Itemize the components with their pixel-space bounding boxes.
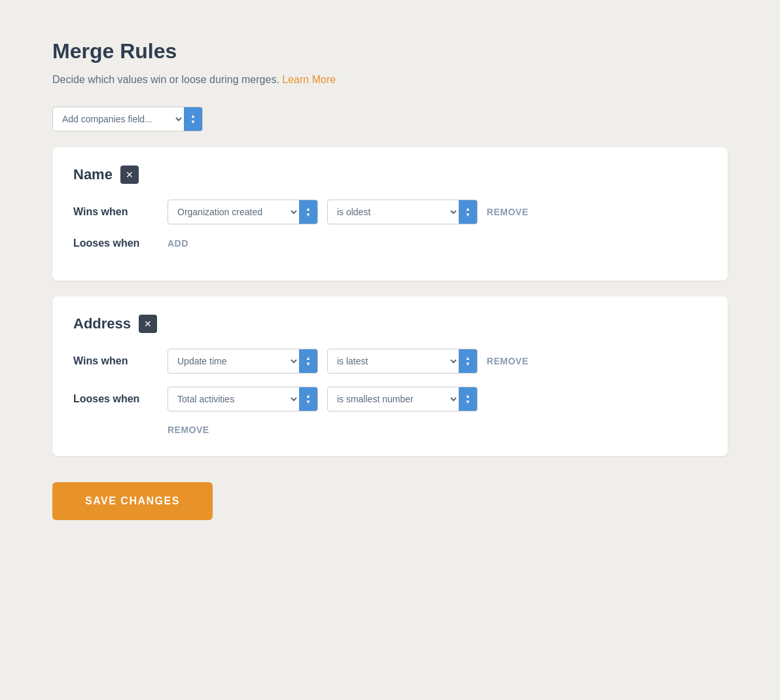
- address-looses-condition-field-select[interactable]: Organization created Update time Total a…: [168, 388, 299, 410]
- address-wins-condition-field-button[interactable]: ▲ ▼: [299, 349, 317, 373]
- add-field-row: Add companies field... Name Address Phon…: [52, 107, 728, 131]
- chevron-updown-icon: ▲ ▼: [306, 207, 311, 218]
- name-wins-condition-op-wrapper: is oldest is latest is largest number is…: [327, 200, 478, 224]
- address-field-title: Address: [73, 315, 131, 332]
- address-looses-when-label: Looses when: [73, 393, 158, 405]
- chevron-updown-icon: ▲ ▼: [465, 207, 470, 218]
- name-wins-condition-op-select[interactable]: is oldest is latest is largest number is…: [328, 201, 459, 223]
- add-field-select-wrapper: Add companies field... Name Address Phon…: [52, 107, 203, 131]
- chevron-updown-icon: ▲ ▼: [465, 394, 470, 405]
- name-looses-when-label: Looses when: [73, 237, 158, 249]
- name-wins-remove-button[interactable]: REMOVE: [487, 207, 529, 217]
- name-rule-header: Name ✕: [73, 166, 707, 184]
- learn-more-link[interactable]: Learn More: [282, 74, 336, 85]
- address-looses-when-row: Looses when Organization created Update …: [73, 387, 707, 411]
- address-wins-condition-op-select[interactable]: is oldest is latest is largest number is…: [328, 350, 459, 372]
- name-rule-card: Name ✕ Wins when Organization created Up…: [52, 147, 728, 281]
- address-wins-condition-op-button[interactable]: ▲ ▼: [459, 349, 477, 373]
- name-field-title: Name: [73, 166, 113, 183]
- address-rule-card: Address ✕ Wins when Organization created…: [52, 296, 728, 456]
- address-looses-condition-field-button[interactable]: ▲ ▼: [299, 387, 317, 411]
- add-field-select[interactable]: Add companies field... Name Address Phon…: [53, 108, 184, 130]
- address-wins-when-row: Wins when Organization created Update ti…: [73, 349, 707, 374]
- chevron-updown-icon: ▲ ▼: [306, 394, 311, 405]
- name-delete-icon[interactable]: ✕: [120, 166, 139, 184]
- name-wins-when-label: Wins when: [73, 206, 158, 218]
- save-changes-button[interactable]: SAVE CHANGES: [52, 482, 213, 520]
- address-delete-icon[interactable]: ✕: [139, 315, 157, 333]
- address-wins-condition-op-wrapper: is oldest is latest is largest number is…: [327, 349, 478, 374]
- address-wins-remove-button[interactable]: REMOVE: [487, 356, 529, 366]
- address-wins-condition-field-select[interactable]: Organization created Update time Total a…: [168, 350, 299, 372]
- name-looses-when-row: Looses when ADD: [73, 237, 707, 249]
- name-wins-condition-field-select[interactable]: Organization created Update time Total a…: [168, 201, 299, 223]
- page-title: Merge Rules: [52, 39, 728, 63]
- address-looses-condition-field-wrapper: Organization created Update time Total a…: [168, 387, 318, 411]
- name-wins-when-row: Wins when Organization created Update ti…: [73, 200, 707, 224]
- address-wins-when-label: Wins when: [73, 355, 158, 367]
- address-looses-remove-button[interactable]: REMOVE: [168, 425, 209, 435]
- address-looses-condition-op-button[interactable]: ▲ ▼: [459, 387, 477, 411]
- name-wins-condition-field-wrapper: Organization created Update time Total a…: [168, 200, 318, 224]
- page-subtitle: Decide which values win or loose during …: [52, 74, 728, 86]
- address-looses-condition-op-wrapper: is oldest is latest is largest number is…: [327, 387, 478, 411]
- chevron-updown-icon: ▲ ▼: [190, 114, 196, 125]
- address-wins-condition-field-wrapper: Organization created Update time Total a…: [168, 349, 318, 374]
- chevron-updown-icon: ▲ ▼: [306, 356, 311, 367]
- add-field-select-button[interactable]: ▲ ▼: [184, 107, 202, 131]
- name-wins-condition-field-button[interactable]: ▲ ▼: [299, 200, 317, 224]
- chevron-updown-icon: ▲ ▼: [465, 356, 470, 367]
- address-looses-condition-op-select[interactable]: is oldest is latest is largest number is…: [328, 388, 459, 410]
- name-looses-add-button[interactable]: ADD: [168, 238, 188, 249]
- address-rule-header: Address ✕: [73, 315, 707, 333]
- name-wins-condition-op-button[interactable]: ▲ ▼: [459, 200, 477, 224]
- address-looses-remove-row: REMOVE: [73, 425, 707, 435]
